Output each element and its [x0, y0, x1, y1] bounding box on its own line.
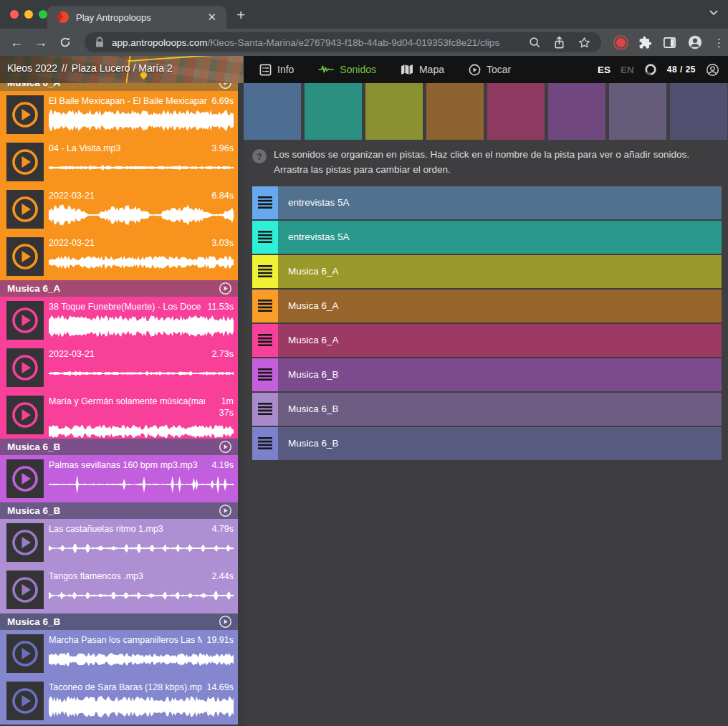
track-color-swatch[interactable] — [365, 83, 423, 140]
browser-menu-icon[interactable]: ⋮ — [714, 41, 718, 44]
sidebar-track-name[interactable]: Musica 6_A — [7, 283, 219, 294]
track-label[interactable]: Musica 6_B — [278, 427, 339, 460]
lang-es-button[interactable]: ES — [598, 65, 610, 75]
drag-handle-icon[interactable] — [252, 290, 278, 323]
forward-icon[interactable]: → — [32, 35, 50, 50]
reload-icon[interactable] — [56, 36, 75, 49]
track-row[interactable]: entrevistas 5A — [252, 186, 722, 219]
track-color-swatch[interactable] — [244, 83, 301, 140]
drag-handle-icon[interactable] — [252, 255, 278, 288]
clip-play-button[interactable] — [6, 570, 44, 609]
browser-tab[interactable]: Play Antropoloops ✕ — [47, 6, 226, 29]
sidebar-track-name[interactable]: Musica 6_B — [7, 505, 219, 516]
track-row[interactable]: Musica 6_A — [252, 290, 722, 323]
tab-close-icon[interactable]: ✕ — [204, 11, 219, 24]
clip-item[interactable]: Tangos flamencos .mp32.44s — [0, 566, 238, 613]
track-color-swatch[interactable] — [548, 83, 605, 140]
track-label[interactable]: Musica 6_A — [278, 255, 339, 288]
track-label[interactable]: entrevistas 5A — [278, 186, 350, 219]
track-row[interactable]: Musica 6_A — [252, 255, 722, 288]
track-color-swatch[interactable] — [609, 83, 666, 140]
clip-item[interactable]: El Baile Mexicapan - El Baile Mexicapan.… — [0, 91, 238, 138]
play-track-icon[interactable] — [219, 440, 232, 454]
track-label[interactable]: Musica 6_B — [278, 393, 339, 426]
nav-tab-tocar[interactable]: Tocar — [469, 64, 511, 76]
drag-handle-icon[interactable] — [252, 186, 278, 219]
sidebar-track-header[interactable]: Musica 6_B — [0, 439, 238, 455]
drag-handle-icon[interactable] — [252, 221, 278, 254]
track-color-swatch[interactable] — [305, 83, 362, 140]
map-thumbnail[interactable]: Kleos 2022//Plaza Lucero / María 2 — [0, 56, 244, 83]
clip-item[interactable]: 2022-03-212.73s — [0, 344, 238, 391]
clip-play-button[interactable] — [6, 95, 44, 134]
clip-play-button[interactable] — [6, 143, 44, 181]
track-color-swatch[interactable] — [426, 83, 484, 140]
play-track-icon[interactable] — [219, 83, 232, 90]
clip-play-button[interactable] — [6, 301, 44, 340]
account-icon[interactable] — [706, 63, 719, 77]
play-track-icon[interactable] — [219, 504, 232, 517]
sidebar-track-name[interactable]: Musica 6_B — [7, 616, 219, 627]
sidebar-track-header[interactable]: Musica 6_A — [0, 83, 238, 91]
drag-handle-icon[interactable] — [252, 427, 278, 460]
clip-item[interactable]: 04 - La Visita.mp33.96s — [0, 138, 238, 186]
clip-item[interactable]: Las castañuelas ritmo 1.mp34.79s — [0, 519, 238, 566]
side-panel-icon[interactable] — [663, 36, 676, 49]
clip-item[interactable]: María y Germán solamente música(maría 2.… — [0, 391, 238, 439]
share-icon[interactable] — [553, 36, 565, 49]
nav-tab-info[interactable]: Info — [259, 64, 294, 76]
sidebar-track-header[interactable]: Musica 6_A — [0, 280, 238, 297]
clip-item[interactable]: Palmas sevillanas 160 bpm mp3.mp34.19s — [0, 455, 238, 502]
play-track-icon[interactable] — [219, 282, 232, 295]
extensions-puzzle-icon[interactable] — [638, 36, 652, 49]
track-row[interactable]: Musica 6_B — [252, 427, 722, 460]
clip-play-button[interactable] — [6, 523, 44, 562]
track-color-swatch[interactable] — [670, 83, 727, 140]
back-icon[interactable]: ← — [7, 35, 26, 50]
track-label[interactable]: Musica 6_B — [278, 358, 339, 391]
clip-play-button[interactable] — [6, 237, 44, 276]
drag-handle-icon[interactable] — [252, 393, 278, 426]
clip-play-button[interactable] — [6, 459, 44, 498]
drag-handle-icon[interactable] — [252, 324, 278, 357]
track-row[interactable]: Musica 6_B — [252, 358, 722, 391]
recording-indicator-icon[interactable] — [616, 38, 626, 47]
minimize-window-button[interactable] — [24, 10, 33, 19]
close-window-button[interactable] — [10, 10, 19, 19]
sidebar-track-header[interactable]: Musica 6_B — [0, 613, 238, 630]
profile-avatar-icon[interactable] — [687, 34, 703, 50]
clip-play-button[interactable] — [6, 396, 44, 434]
sidebar-track-header[interactable]: Musica 6_B — [0, 502, 238, 519]
clip-play-button[interactable] — [6, 190, 44, 229]
tab-search-chevron-icon[interactable] — [709, 10, 718, 16]
nav-tab-sonidos[interactable]: Sonidos — [318, 64, 376, 75]
nav-tab-mapa[interactable]: Mapa — [401, 64, 444, 75]
sidebar-track-name[interactable]: Musica 6_B — [7, 441, 219, 452]
clip-item[interactable]: 2022-03-216.84s — [0, 186, 238, 233]
track-label[interactable]: Musica 6_A — [278, 324, 339, 357]
drag-handle-icon[interactable] — [252, 358, 278, 391]
track-label[interactable]: Musica 6_A — [278, 290, 339, 323]
bookmark-star-icon[interactable] — [578, 36, 591, 49]
clip-item[interactable]: Taconeo de Sara Baras (128 kbps).mp314.6… — [0, 677, 238, 725]
track-row[interactable]: entrevistas 5A — [252, 221, 722, 254]
track-label[interactable]: entrevistas 5A — [278, 221, 350, 254]
clip-item[interactable]: 38 Toque Funebre(Muerte) - Los Doce Par.… — [0, 297, 238, 344]
sidebar-track-name[interactable]: Musica 6_A — [7, 83, 219, 88]
clip-play-button[interactable] — [6, 348, 44, 387]
clip-play-button[interactable] — [6, 634, 44, 673]
track-color-swatch[interactable] — [487, 83, 545, 140]
clip-item[interactable]: Marcha Pasan los campanilleros Las Mejor… — [0, 630, 238, 677]
clip-play-button[interactable] — [6, 682, 44, 720]
zoom-search-icon[interactable] — [528, 36, 541, 49]
new-tab-button[interactable]: + — [236, 6, 245, 24]
track-row[interactable]: Musica 6_A — [252, 324, 722, 357]
zoom-window-button[interactable] — [39, 10, 47, 19]
play-track-icon[interactable] — [219, 615, 232, 629]
track-row[interactable]: Musica 6_B — [252, 393, 722, 426]
waveform — [49, 109, 234, 132]
clip-head: Tangos flamencos .mp32.44s — [49, 566, 238, 583]
lang-en-button[interactable]: EN — [621, 65, 634, 75]
clip-item[interactable]: 2022-03-213.03s — [0, 233, 238, 280]
address-bar[interactable]: app.antropoloops.com/Kleos-Santa-Marina/… — [85, 32, 601, 52]
